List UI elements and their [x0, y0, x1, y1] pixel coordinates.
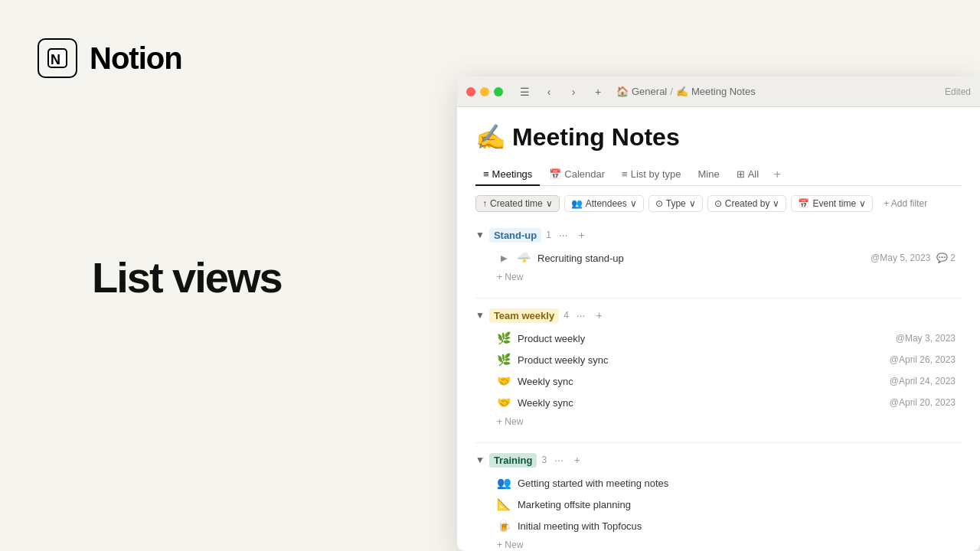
filter-attendees[interactable]: 👥 Attendees ∨ [564, 195, 644, 212]
created-by-icon: ⊙ [714, 198, 722, 209]
tab-mine-label: Mine [697, 168, 719, 180]
nav-back-button[interactable]: ‹ [540, 83, 558, 101]
filter-type-label: Type [666, 198, 686, 209]
traffic-lights [466, 87, 503, 96]
filter-event-time-label: Event time [812, 198, 856, 209]
filter-type[interactable]: ⊙ Type ∨ [648, 195, 703, 212]
tab-meetings-label: Meetings [492, 168, 533, 180]
list-item[interactable]: ▶ 🌩️ Recruiting stand-up @May 5, 2023 💬 … [491, 247, 962, 269]
item-icon: 🌩️ [517, 251, 531, 265]
group-standup-options[interactable]: ··· [556, 227, 571, 243]
tab-mine[interactable]: Mine [690, 164, 727, 186]
group-team-weekly-options[interactable]: ··· [573, 308, 589, 323]
tab-calendar[interactable]: 📅 Calendar [541, 164, 612, 186]
group-standup-items: ▶ 🌩️ Recruiting stand-up @May 5, 2023 💬 … [491, 247, 962, 269]
branding: N Notion [38, 38, 182, 78]
item-name: Weekly sync [518, 397, 884, 409]
page-title-icon: ✍️ [475, 122, 506, 152]
filter-type-chevron: ∨ [689, 198, 696, 209]
nav-add-button[interactable]: + [589, 83, 607, 101]
tab-meetings-icon: ≡ [483, 168, 489, 180]
item-date: @April 26, 2023 [890, 354, 956, 365]
group-team-weekly-chevron: ▼ [475, 310, 485, 321]
standup-new-button[interactable]: + New [491, 269, 529, 285]
group-training-label: Training [489, 453, 537, 468]
tab-calendar-icon: 📅 [549, 168, 561, 180]
filter-attendees-chevron: ∨ [630, 198, 637, 209]
tab-all[interactable]: ⊞ All [729, 164, 766, 186]
browser-chrome: ☰ ‹ › + 🏠 General / ✍️ Meeting Notes Edi… [457, 77, 980, 107]
group-standup-header[interactable]: ▼ Stand-up 1 ··· + [475, 224, 962, 246]
list-item[interactable]: 👥 Getting started with meeting notes [491, 472, 962, 494]
item-icon: 🌿 [497, 353, 511, 367]
sidebar-toggle-icon[interactable]: ☰ [515, 83, 534, 101]
group-team-weekly-count: 4 [564, 310, 569, 321]
breadcrumb-page[interactable]: Meeting Notes [691, 86, 756, 97]
list-item[interactable]: 🌿 Product weekly @May 3, 2023 [491, 328, 962, 349]
breadcrumb-home-icon: 🏠 [616, 86, 629, 97]
tab-list-by-type-icon: ≡ [622, 168, 628, 180]
browser-window: ☰ ‹ › + 🏠 General / ✍️ Meeting Notes Edi… [457, 77, 980, 551]
group-training-add[interactable]: + [571, 452, 583, 468]
list-item[interactable]: 📐 Marketing offsite planning [491, 494, 962, 515]
hero-label: List views [92, 253, 282, 302]
page-title: ✍️ Meeting Notes [475, 122, 962, 152]
breadcrumb-separator: / [670, 86, 673, 97]
add-filter-button[interactable]: + Add filter [877, 196, 933, 211]
filter-created-by[interactable]: ⊙ Created by ∨ [707, 195, 787, 212]
list-item[interactable]: 🍺 Initial meeting with Topfocus [491, 515, 962, 536]
item-date: @April 20, 2023 [890, 397, 956, 408]
group-training-options[interactable]: ··· [551, 452, 567, 468]
sort-icon: ↑ [482, 198, 487, 209]
traffic-light-yellow[interactable] [480, 87, 489, 96]
list-item[interactable]: 🤝 Weekly sync @April 24, 2023 [491, 370, 962, 392]
page-title-text: Meeting Notes [512, 123, 680, 152]
traffic-light-green[interactable] [494, 87, 503, 96]
filter-created-time-chevron: ∨ [546, 198, 553, 209]
item-icon: 🤝 [497, 396, 511, 409]
breadcrumb-general[interactable]: General [632, 86, 667, 97]
new-item-label: + New [497, 272, 523, 282]
filter-event-time[interactable]: 📅 Event time ∨ [791, 195, 873, 212]
team-weekly-new-button[interactable]: + New [491, 413, 529, 430]
group-standup-add[interactable]: + [576, 227, 588, 243]
group-training-items: 👥 Getting started with meeting notes 📐 M… [491, 472, 962, 536]
divider [475, 442, 962, 443]
filter-created-by-chevron: ∨ [773, 198, 779, 209]
item-icon: 🍺 [497, 519, 511, 533]
attendees-icon: 👥 [571, 198, 583, 209]
edited-label: Edited [945, 86, 971, 97]
group-standup-count: 1 [546, 230, 551, 240]
filter-event-time-chevron: ∨ [859, 198, 866, 209]
item-date: @April 24, 2023 [890, 376, 956, 386]
group-training-chevron: ▼ [475, 455, 485, 465]
item-icon: 🤝 [497, 374, 511, 388]
new-item-label: + New [497, 416, 523, 427]
group-training-header[interactable]: ▼ Training 3 ··· + [475, 449, 962, 471]
svg-text:N: N [51, 52, 60, 67]
traffic-light-red[interactable] [466, 87, 475, 96]
tab-add-button[interactable]: + [768, 165, 786, 184]
item-name: Marketing offsite planning [518, 499, 956, 510]
training-new-button[interactable]: + New [491, 536, 529, 551]
tab-meetings[interactable]: ≡ Meetings [475, 164, 540, 186]
notion-label: Notion [90, 41, 182, 76]
tab-all-label: All [748, 168, 759, 180]
list-item[interactable]: 🌿 Product weekly sync @April 26, 2023 [491, 349, 962, 370]
group-team-weekly-add[interactable]: + [593, 308, 606, 323]
nav-forward-button[interactable]: › [564, 83, 583, 101]
comment-icon: 💬 [936, 253, 948, 263]
breadcrumb-page-icon: ✍️ [676, 86, 688, 97]
item-name: Getting started with meeting notes [518, 478, 956, 489]
filter-created-time[interactable]: ↑ Created time ∨ [475, 195, 560, 212]
group-team-weekly-items: 🌿 Product weekly @May 3, 2023 🌿 Product … [491, 328, 962, 413]
expand-button[interactable]: ▶ [497, 251, 511, 265]
list-item[interactable]: 🤝 Weekly sync @April 20, 2023 [491, 392, 962, 413]
tab-all-icon: ⊞ [737, 168, 745, 180]
tab-list-by-type[interactable]: ≡ List by type [614, 164, 688, 186]
item-icon: 📐 [497, 497, 511, 511]
group-team-weekly-header[interactable]: ▼ Team weekly 4 ··· + [475, 305, 962, 326]
breadcrumb: 🏠 General / ✍️ Meeting Notes [616, 86, 939, 97]
item-comment: 💬 2 [936, 253, 956, 263]
item-icon: 🌿 [497, 331, 511, 345]
